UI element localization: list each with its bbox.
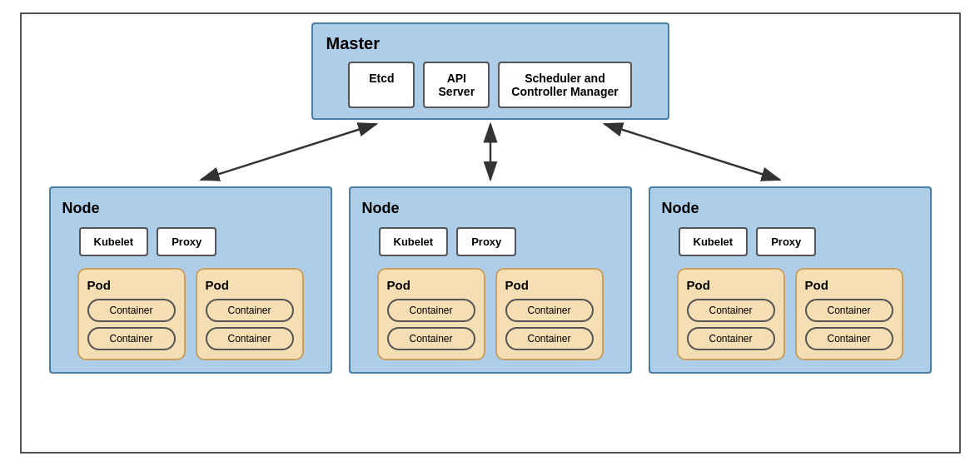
node-1-pod-1-container-1: Container — [87, 299, 176, 322]
node-2-pod-1-container-1: Container — [387, 299, 475, 322]
node-2-pod-2-label: Pod — [505, 278, 594, 292]
node-1-pod-2: Pod Container Container — [196, 268, 304, 360]
node-2-pod-2: Pod Container Container — [495, 268, 604, 360]
node-1-proxy: Proxy — [157, 227, 216, 256]
node-2-kubelet: Kubelet — [379, 227, 449, 256]
master-box: Master Etcd APIServer Scheduler andContr… — [311, 22, 669, 120]
node-3-box: Node Kubelet Proxy Pod Container Contain… — [649, 186, 932, 374]
node-1-pod-1: Pod Container Container — [77, 268, 186, 360]
api-server-component: APIServer — [423, 62, 490, 108]
node-2-pod-2-container-2: Container — [505, 327, 594, 350]
arrows-svg — [30, 120, 951, 186]
node-3-pod-2-container-1: Container — [805, 299, 893, 322]
arrows-area — [30, 120, 951, 186]
node-3-pod-2-container-2: Container — [805, 327, 893, 350]
node-3-pod-1-container-2: Container — [687, 327, 775, 350]
node-2-label: Node — [362, 200, 619, 217]
node-3-label: Node — [662, 200, 918, 217]
node-1-box: Node Kubelet Proxy Pod Container Contain… — [49, 186, 332, 374]
node-1-pods-row: Pod Container Container Pod Container Co… — [62, 268, 319, 360]
node-2-pod-2-container-1: Container — [505, 299, 594, 322]
node-1-pod-2-label: Pod — [206, 278, 294, 292]
node-3-pod-2-label: Pod — [805, 278, 893, 292]
node-1-pod-1-container-2: Container — [87, 327, 176, 350]
node-1-pod-2-container-1: Container — [206, 299, 294, 322]
architecture-diagram: Master Etcd APIServer Scheduler andContr… — [20, 12, 961, 454]
node-3-proxy: Proxy — [756, 227, 816, 256]
node-2-pods-row: Pod Container Container Pod Container Co… — [362, 268, 619, 360]
node-3-pod-1-label: Pod — [687, 278, 775, 292]
node-1-label: Node — [62, 200, 319, 217]
node-3-pods-row: Pod Container Container Pod Container Co… — [662, 268, 918, 360]
node-1-pod-2-container-2: Container — [206, 327, 294, 350]
svg-line-4 — [604, 124, 779, 180]
nodes-row: Node Kubelet Proxy Pod Container Contain… — [30, 186, 951, 374]
node-3-components: Kubelet Proxy — [662, 227, 918, 256]
node-2-components: Kubelet Proxy — [362, 227, 619, 256]
node-2-box: Node Kubelet Proxy Pod Container Contain… — [349, 186, 632, 374]
node-3-pod-2: Pod Container Container — [795, 268, 903, 360]
node-1-pod-1-label: Pod — [87, 278, 176, 292]
scheduler-component: Scheduler andController Manager — [498, 62, 631, 108]
node-1-components: Kubelet Proxy — [62, 227, 319, 256]
node-2-pod-1-label: Pod — [387, 278, 475, 292]
node-2-pod-1-container-2: Container — [387, 327, 475, 350]
node-3-kubelet: Kubelet — [679, 227, 749, 256]
etcd-component: Etcd — [348, 62, 415, 108]
master-label: Master — [326, 34, 654, 53]
master-components: Etcd APIServer Scheduler andController M… — [326, 62, 654, 108]
svg-line-2 — [201, 124, 376, 180]
node-3-pod-1: Pod Container Container — [677, 268, 785, 360]
node-2-proxy: Proxy — [456, 227, 516, 256]
node-1-kubelet: Kubelet — [79, 227, 149, 256]
node-2-pod-1: Pod Container Container — [377, 268, 485, 360]
node-3-pod-1-container-1: Container — [687, 299, 775, 322]
